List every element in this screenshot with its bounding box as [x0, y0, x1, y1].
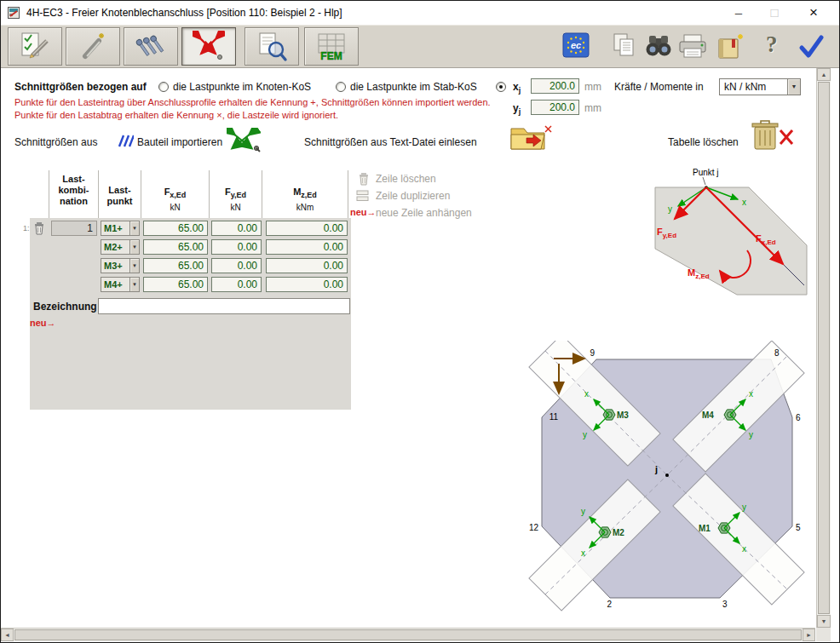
fem-button[interactable]: FEM [304, 27, 359, 66]
bezeichnung-input[interactable] [98, 298, 350, 314]
header-lastpunkt: Last- punkt [99, 185, 141, 207]
svg-text:Punkt j: Punkt j [693, 168, 719, 177]
printer-icon [677, 32, 708, 60]
handbook-button[interactable] [715, 32, 745, 62]
print-button[interactable] [677, 32, 708, 60]
radio-knoten-kos-label: die Lastpunkte im Knoten-KoS [173, 81, 311, 93]
radio-knoten-kos[interactable] [158, 82, 169, 92]
menu-append-icon: neu→ [350, 207, 377, 217]
svg-text:y: y [581, 507, 585, 516]
confirm-button[interactable] [797, 32, 826, 60]
open-textfile-button[interactable] [509, 123, 552, 152]
svg-text:x: x [584, 389, 589, 399]
lastpunkt-value: M3+ [101, 259, 129, 273]
scroll-down-button[interactable]: ▼ [817, 615, 831, 628]
row-marker: 1: [23, 224, 30, 233]
internal-forces-button[interactable] [181, 27, 236, 66]
fx-input[interactable] [143, 221, 208, 236]
lastpunkt-select[interactable]: M4+ ▼ [101, 277, 140, 292]
horizontal-scrollbar[interactable]: ◄ ► [1, 628, 815, 641]
fx-input[interactable] [143, 239, 208, 255]
yj-unit: mm [584, 102, 601, 114]
titlebar: 4H-EC3 - Freier Knotenblechanschluss [Po… [1, 1, 839, 25]
svg-text:11: 11 [549, 412, 559, 422]
radio-stab-kos[interactable] [336, 82, 346, 92]
checkmark-icon [797, 32, 826, 60]
protocol-button[interactable] [8, 27, 62, 66]
chevron-down-icon[interactable]: ▼ [787, 79, 800, 95]
handbook-icon [715, 32, 745, 62]
xj-label: xj [513, 81, 521, 95]
svg-text:M4: M4 [702, 410, 714, 420]
fy-input[interactable] [211, 258, 262, 273]
svg-text:3: 3 [722, 600, 728, 609]
bolts-button[interactable] [124, 27, 178, 66]
scroll-up-button[interactable]: ▲ [817, 68, 831, 81]
copy-button[interactable] [611, 32, 638, 60]
svg-text:2: 2 [607, 600, 612, 609]
force-diagram: Punkt j x y Fx,Ed Fy,Ed Mz,Ed [653, 167, 808, 296]
vertical-scrollbar-thumb[interactable] [818, 82, 830, 614]
eu-flag-icon: ec [562, 32, 590, 60]
close-button[interactable]: × [791, 1, 836, 25]
yj-input[interactable] [531, 100, 579, 115]
yj-label: yj [513, 102, 521, 116]
scroll-left-button[interactable]: ◄ [1, 629, 14, 641]
lastpunkt-select[interactable]: M2+ ▼ [101, 239, 140, 255]
units-select[interactable]: kN / kNm ▼ [719, 78, 801, 95]
chevron-down-icon[interactable]: ▼ [129, 221, 139, 235]
svg-text:j: j [654, 464, 658, 474]
xj-input[interactable] [531, 78, 579, 94]
menu-duplicate-row[interactable]: Zeile duplizieren [376, 190, 450, 202]
clear-table-button[interactable] [746, 118, 794, 152]
horizontal-scrollbar-thumb[interactable] [14, 629, 802, 640]
menu-append-row[interactable]: neue Zeile anhängen [376, 207, 472, 219]
append-combination-button[interactable]: neu→ [30, 318, 56, 328]
minimize-button[interactable]: – [722, 1, 756, 25]
scroll-right-button[interactable]: ► [803, 629, 815, 641]
section-heading: Schnittgrößen bezogen auf [14, 81, 147, 93]
mz-input[interactable] [266, 239, 348, 255]
question-mark-icon: ? [766, 32, 778, 58]
mz-input[interactable] [266, 258, 348, 273]
arrow-right-icon: → [367, 207, 377, 217]
vertical-scrollbar[interactable]: ▲ ▼ [816, 68, 831, 628]
chevron-down-icon[interactable]: ▼ [129, 240, 139, 254]
lastpunkt-value: M2+ [101, 240, 129, 254]
mz-input[interactable] [266, 221, 348, 236]
find-button[interactable] [643, 32, 674, 60]
radio-coordinates[interactable] [496, 82, 506, 92]
fem-grid-icon: FEM [314, 30, 348, 64]
import-component-button[interactable] [227, 128, 261, 153]
checklist-pencil-icon [19, 31, 51, 63]
chevron-down-icon[interactable]: ▼ [129, 259, 139, 273]
svg-text:y: y [583, 430, 587, 439]
fy-input[interactable] [211, 221, 262, 236]
fx-input[interactable] [143, 258, 208, 273]
mz-input[interactable] [266, 277, 348, 292]
import-prefix-label: Schnittgrößen aus [14, 136, 97, 148]
menu-delete-row[interactable]: Zeile löschen [376, 173, 436, 185]
svg-text:FEM: FEM [320, 50, 342, 62]
lastpunkt-select[interactable]: M1+ ▼ [101, 221, 140, 236]
row-delete-button[interactable] [33, 221, 45, 235]
fy-input[interactable] [211, 277, 262, 292]
copy-pages-icon [611, 32, 638, 60]
preview-button[interactable] [245, 27, 299, 66]
help-button[interactable]: ? [766, 32, 778, 58]
fy-input[interactable] [211, 239, 262, 255]
svg-text:ec: ec [571, 40, 581, 50]
lastpunkt-select[interactable]: M3+ ▼ [101, 258, 140, 273]
header-mz: Mz,Ed [262, 187, 348, 201]
bolts-icon [135, 31, 167, 63]
maximize-button[interactable]: □ [757, 1, 791, 25]
chevron-down-icon[interactable]: ▼ [129, 278, 139, 291]
toolbar: FEM ec [1, 25, 839, 68]
svg-text:x: x [742, 198, 746, 207]
fx-input[interactable] [143, 277, 208, 292]
header-fy: Fy,Ed [210, 187, 262, 201]
eurocode-button[interactable]: ec [562, 32, 590, 60]
lastkombination-cell[interactable]: 1 [51, 221, 97, 236]
svg-text:x: x [742, 544, 746, 554]
tools-button[interactable] [66, 27, 120, 66]
